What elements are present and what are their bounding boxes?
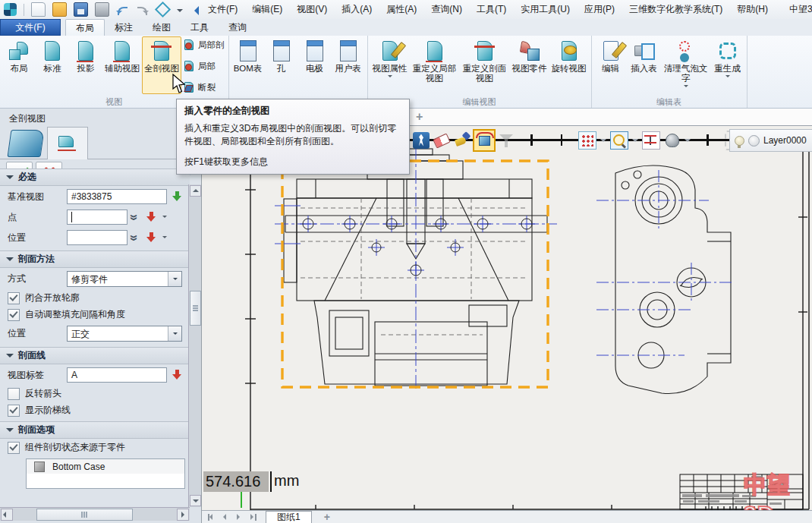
method-position-combobox[interactable]: 正交	[67, 326, 182, 342]
list-item[interactable]: Bottom Case	[27, 459, 184, 474]
menu-item[interactable]: 文件(F)	[208, 3, 238, 16]
qat-dropdown-icon[interactable]	[177, 9, 183, 15]
layer-chip[interactable]: Layer0000	[729, 129, 812, 152]
sheet-tab[interactable]: 图纸1	[266, 511, 312, 523]
scrollbar-thumb[interactable]	[36, 509, 133, 521]
ribbon-button[interactable]: 视图零件	[510, 36, 549, 94]
ribbon-button[interactable]: 编辑	[594, 36, 628, 94]
ribbon-button[interactable]: BOM表	[231, 36, 265, 94]
menu-item[interactable]: 视图(V)	[297, 3, 327, 16]
next-sheet-icon[interactable]	[235, 513, 243, 521]
position-dropdown-icon[interactable]	[162, 236, 167, 241]
scrollbar-thumb[interactable]	[190, 291, 201, 326]
ribbon-button[interactable]: 用户表	[332, 36, 365, 94]
grid-snap-icon[interactable]	[578, 131, 596, 150]
app-logo-icon[interactable]	[4, 3, 17, 16]
view-orient-icon[interactable]	[155, 2, 171, 17]
scroll-down-icon[interactable]	[190, 495, 201, 506]
ribbon-button[interactable]: 旋转视图	[549, 36, 589, 94]
expand-chevron-icon[interactable]: »	[127, 232, 145, 243]
file-tab[interactable]: 文件(F)	[0, 19, 61, 36]
layer-color-icon[interactable]	[748, 135, 760, 147]
coordinate-readout[interactable]: 574.616	[203, 471, 269, 492]
ribbon-button[interactable]: 辅助视图	[102, 36, 142, 94]
menu-item[interactable]: 应用(P)	[584, 3, 615, 16]
menu-item[interactable]: 工具(T)	[477, 3, 506, 16]
section-hatch[interactable]: 剖面线	[0, 347, 190, 364]
print-icon[interactable]	[95, 2, 109, 17]
auto-adjust-checkbox[interactable]	[8, 309, 20, 321]
full-section-tab[interactable]	[47, 127, 88, 159]
point-input[interactable]	[67, 210, 127, 225]
point-dropdown-icon[interactable]	[162, 216, 167, 220]
ribbon-tab[interactable]: 布局	[65, 19, 105, 36]
ribbon-tab[interactable]: 工具	[181, 19, 219, 36]
menu-item[interactable]: 属性(A)	[386, 3, 417, 16]
base-view-input[interactable]: #3833875	[67, 189, 167, 204]
scroll-left-icon[interactable]	[1, 509, 13, 521]
layout-sheet-icon[interactable]	[7, 130, 44, 157]
erase-icon[interactable]	[433, 132, 450, 149]
ribbon-tab[interactable]: 标注	[105, 19, 143, 36]
pick-target-icon[interactable]	[170, 189, 185, 204]
position-input[interactable]	[67, 230, 127, 245]
ribbon-button[interactable]: 电极	[298, 36, 332, 94]
menu-item[interactable]: 插入(A)	[341, 3, 372, 16]
ribbon-button[interactable]: 孔	[265, 36, 298, 94]
flip-arrow-checkbox[interactable]	[8, 388, 20, 400]
last-sheet-icon[interactable]	[249, 513, 257, 521]
repaint-icon[interactable]	[454, 132, 471, 149]
menu-item[interactable]: 帮助(H)	[737, 3, 768, 16]
escape-icon[interactable]	[413, 132, 430, 149]
ribbon-small-button[interactable]: 局部	[183, 60, 225, 72]
ribbon-button[interactable]: 清理气泡文字	[661, 36, 711, 94]
panel-vertical-scrollbar[interactable]	[188, 184, 201, 507]
collapse-toolbar-icon[interactable]	[190, 6, 199, 15]
close-open-profile-checkbox[interactable]	[8, 292, 20, 304]
ribbon-button[interactable]: 重生成	[711, 36, 744, 94]
menu-item[interactable]: 三维数字化教学系统(T)	[629, 3, 722, 16]
view-tag-input[interactable]: A	[67, 367, 167, 383]
ribbon-small-button[interactable]: 局部剖	[183, 39, 225, 51]
section-required[interactable]: 必选	[0, 169, 190, 186]
dropdown-arrow-icon[interactable]	[168, 326, 181, 341]
tag-pick-icon[interactable]	[170, 367, 185, 383]
scroll-right-icon[interactable]	[177, 509, 189, 521]
display-mode-icon[interactable]	[664, 132, 681, 149]
dropdown-caret-icon[interactable]	[725, 75, 730, 80]
ribbon-tab[interactable]: 查询	[219, 19, 257, 36]
section-state-from-part-checkbox[interactable]	[8, 442, 20, 454]
add-sheet-icon[interactable]: +	[324, 511, 330, 523]
open-file-icon[interactable]	[52, 2, 67, 17]
menu-item[interactable]: 查询(N)	[431, 3, 462, 16]
dropdown-caret-icon[interactable]	[632, 139, 638, 145]
save-icon[interactable]	[74, 2, 88, 17]
first-sheet-icon[interactable]	[208, 513, 216, 521]
zoom-window-icon[interactable]	[610, 131, 628, 150]
show-target-icon[interactable]	[474, 131, 494, 150]
menu-item[interactable]: 实用工具(U)	[521, 3, 570, 16]
menu-item[interactable]: 编辑(E)	[252, 3, 282, 16]
dropdown-caret-icon[interactable]	[388, 75, 392, 80]
dropdown-caret-icon[interactable]	[684, 85, 688, 90]
section-options[interactable]: 剖面选项	[0, 421, 190, 439]
expand-chevron-icon[interactable]: »	[127, 212, 145, 222]
ribbon-button[interactable]: 重定义局部视图	[410, 36, 460, 94]
panel-horizontal-scrollbar[interactable]	[0, 507, 190, 521]
dropdown-caret-icon[interactable]	[685, 139, 691, 145]
show-step-line-checkbox[interactable]	[8, 405, 20, 417]
filter-icon[interactable]	[498, 132, 515, 149]
dropdown-arrow-icon[interactable]	[168, 272, 181, 286]
ribbon-button[interactable]: 插入表	[628, 36, 661, 94]
new-file-icon[interactable]	[31, 2, 46, 17]
ribbon-button[interactable]: 投影	[69, 36, 102, 94]
point-pick-icon[interactable]	[144, 210, 159, 225]
ribbon-button[interactable]: 视图属性	[370, 36, 410, 94]
add-document-icon[interactable]: +	[416, 110, 423, 124]
mode-combobox[interactable]: 修剪零件	[67, 271, 182, 287]
dropdown-caret-icon[interactable]	[600, 139, 606, 145]
previous-sheet-icon[interactable]	[222, 513, 229, 521]
layer-visibility-icon[interactable]	[735, 136, 744, 146]
undo-icon[interactable]	[116, 3, 129, 16]
ribbon-button[interactable]: 重定义剖面视图	[460, 36, 510, 94]
